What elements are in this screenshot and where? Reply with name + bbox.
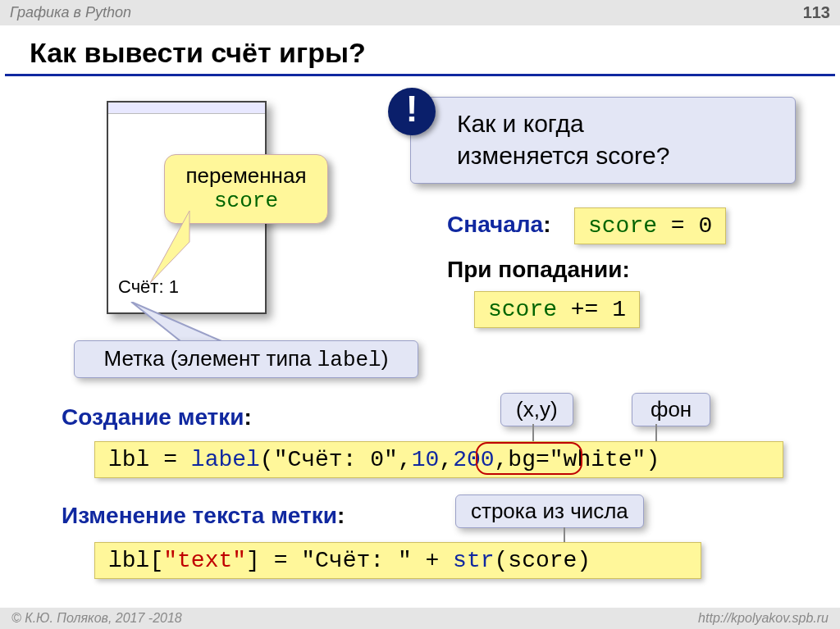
bubble-tail-icon [150, 211, 191, 285]
exclaim-line2: изменяется score? [457, 139, 780, 171]
code-change-text: lbl["text"] = "Счёт: " + str(score) [94, 542, 701, 579]
on-hit-label: При попадании: [447, 257, 630, 283]
code-create-label: lbl = label("Счёт: 0",10,200,bg="white") [94, 441, 783, 478]
variable-bubble: переменная score [164, 154, 328, 224]
xy-highlight-ring [476, 442, 582, 475]
label-description-box: Метка (элемент типа label) [74, 340, 418, 378]
exclaim-box: ! Как и когда изменяется score? [410, 97, 796, 184]
footer-url: http://kpolyakov.spb.ru [698, 611, 829, 626]
slide-body: Счёт: 1 переменная score Метка (элемент … [0, 76, 840, 601]
footer-copyright: © К.Ю. Поляков, 2017 -2018 [11, 611, 182, 626]
svg-marker-0 [131, 302, 221, 341]
initially-label: Сначала: [447, 212, 551, 238]
bubble-var: score [176, 189, 316, 213]
create-label: Создание метки: [62, 404, 252, 431]
svg-marker-1 [150, 211, 189, 283]
slide-title: Как вывести счёт игры? [5, 25, 835, 76]
page-number: 113 [803, 3, 830, 22]
code-on-hit: score += 1 [474, 291, 640, 328]
strnum-annotation: строка из числа [455, 495, 644, 528]
exclaim-icon: ! [388, 88, 436, 135]
bubble-line1: переменная [176, 163, 316, 189]
window-titlebar [108, 103, 265, 114]
labelbox-prefix: Метка (элемент типа [104, 346, 317, 371]
bg-annotation: фон [632, 393, 710, 426]
slide-header: Графика в Python 113 [0, 0, 840, 25]
exclaim-line1: Как и когда [457, 107, 780, 139]
change-label: Изменение текста метки: [62, 503, 345, 529]
section-title: Графика в Python [10, 4, 131, 21]
labelbox-suffix: ) [381, 346, 389, 371]
xy-annotation: (x,y) [500, 393, 573, 426]
slide-footer: © К.Ю. Поляков, 2017 -2018 http://kpolya… [0, 608, 840, 629]
code-initial: score = 0 [574, 207, 726, 244]
labelbox-code: label [317, 348, 381, 372]
